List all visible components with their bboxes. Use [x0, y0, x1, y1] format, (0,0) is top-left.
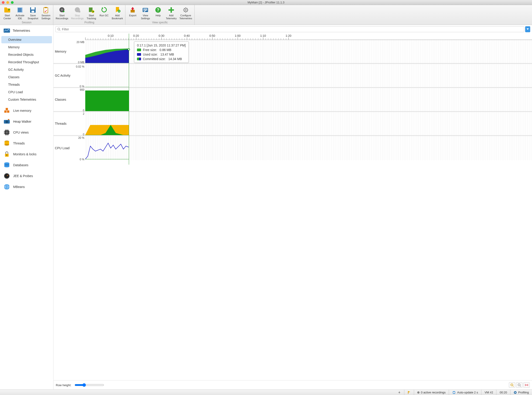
zoom-out-button[interactable] — [516, 382, 522, 388]
nav-databases[interactable]: Databases — [0, 160, 53, 170]
svg-rect-24 — [132, 8, 133, 10]
svg-rect-0 — [4, 8, 10, 12]
activate-ide-button[interactable]: Activate IDE — [14, 6, 26, 20]
chart-tooltip: 0:17.1 [Jun 15, 2020 11:37:27 PM]Free si… — [134, 42, 189, 63]
status-autoupdate[interactable]: Auto-update 2 s — [449, 390, 481, 395]
sidebar-item-memory[interactable]: Memory — [1, 44, 52, 51]
svg-line-72 — [520, 386, 521, 387]
toolbar-group-label: Session — [0, 20, 53, 25]
statusbar: 0 active recordings Auto-update 2 s VM #… — [0, 390, 532, 395]
chart-label: CPU Load20 %0 % — [54, 136, 85, 160]
status-time: 00:20 — [496, 390, 510, 395]
time-tick: 1:20 — [285, 34, 291, 37]
nav-cpu-views[interactable]: CPU views — [0, 127, 53, 138]
svg-marker-78 — [527, 384, 528, 386]
track-icon — [88, 6, 95, 14]
nav-jee-probes[interactable]: JEE & Probes — [0, 170, 53, 181]
sidebar-item-gc-activity[interactable]: GC Activity — [1, 66, 52, 73]
sidebar-header-label: Telemetries — [13, 28, 30, 33]
svg-point-33 — [185, 9, 186, 11]
filter-dropdown-button[interactable] — [525, 26, 530, 32]
svg-rect-35 — [4, 110, 7, 113]
svg-line-60 — [60, 30, 60, 31]
sidebar-item-overview[interactable]: Overview — [1, 36, 52, 43]
svg-rect-36 — [7, 110, 9, 113]
chart-area[interactable] — [85, 112, 532, 135]
svg-marker-18 — [102, 7, 103, 9]
sidebar-item-custom-telemetries[interactable]: Custom Telemetries — [1, 96, 52, 103]
export-button[interactable]: Export — [126, 6, 139, 20]
sidebar-item-recorded-throughput[interactable]: Recorded Throughput — [1, 59, 52, 66]
add-bookmark-button[interactable]: Add Bookmark — [110, 6, 125, 20]
svg-rect-27 — [143, 10, 147, 11]
filter-input[interactable] — [62, 27, 522, 31]
sidebar-item-threads[interactable]: Threads — [1, 81, 52, 88]
filter-box[interactable] — [55, 26, 524, 32]
chart-row-memory[interactable]: Memory20 MB0 MB — [54, 40, 532, 64]
fit-width-button[interactable] — [523, 382, 530, 388]
folder-icon — [4, 6, 11, 14]
sidebar-item-cpu-load[interactable]: CPU Load — [1, 88, 52, 96]
row-height-slider[interactable] — [75, 383, 104, 387]
start-center-button[interactable]: Start Center — [1, 6, 14, 20]
nav-monitors-locks[interactable]: Monitors & locks — [0, 149, 53, 160]
run-gc-button[interactable]: Run GC — [98, 6, 110, 20]
start-recordings-button[interactable]: Start Recordings — [54, 6, 70, 20]
chart-row-threads[interactable]: Threads20 — [54, 112, 532, 136]
status-recordings[interactable]: 0 active recordings — [414, 390, 449, 395]
view-settings-button[interactable]: View Settings — [139, 6, 152, 20]
cursor-marker — [128, 48, 130, 50]
save-snapshot-button[interactable]: Save Snapshot — [26, 6, 39, 20]
nav-heap-walker[interactable]: Heap Walker — [0, 116, 53, 127]
configure-telemetries-button[interactable]: Configure Telemetries — [178, 6, 193, 20]
status-flag[interactable] — [404, 390, 414, 395]
time-tick: 0:10 — [108, 34, 113, 37]
add-telemetry-button[interactable]: Add Telemetry — [165, 6, 178, 20]
chart-area[interactable] — [85, 64, 532, 87]
time-tick: 0:40 — [184, 34, 190, 37]
help-button[interactable]: ?Help — [152, 6, 165, 20]
chart-label: Classes9000 — [54, 88, 85, 111]
svg-point-10 — [61, 9, 63, 11]
svg-rect-1 — [4, 7, 7, 9]
status-pin[interactable] — [395, 390, 404, 395]
stop-icon — [74, 6, 81, 14]
svg-point-45 — [5, 144, 9, 146]
chart-area[interactable] — [85, 88, 532, 111]
charts-panel: 0:100:200:300:400:501:001:101:20 Memory2… — [54, 33, 532, 380]
spool-icon — [3, 140, 11, 147]
export-icon — [129, 6, 136, 14]
svg-rect-31 — [169, 9, 174, 11]
svg-text:?: ? — [157, 8, 159, 12]
toolbar: Start CenterActivate IDESave SnapshotSes… — [0, 5, 532, 25]
time-tick: 1:10 — [260, 34, 266, 37]
camera-icon — [3, 118, 11, 125]
start-tracking-button[interactable]: Start Tracking — [85, 6, 98, 20]
toolbar-group-label: View specific — [125, 20, 194, 25]
svg-rect-79 — [408, 391, 408, 394]
svg-rect-7 — [44, 7, 48, 13]
time-tick: 1:00 — [235, 34, 240, 37]
add-icon — [168, 6, 175, 14]
chart-row-classes[interactable]: Classes9000 — [54, 88, 532, 112]
status-state: Profiling — [510, 390, 532, 395]
row-height-bar: Row height: — [54, 380, 532, 390]
sidebar-item-classes[interactable]: Classes — [1, 73, 52, 81]
chart-row-cpu-load[interactable]: CPU Load20 %0 % — [54, 136, 532, 160]
cubes-icon — [3, 108, 11, 114]
sidebar-header-telemetries[interactable]: Telemetries — [0, 25, 53, 36]
nav-threads[interactable]: Threads — [0, 138, 53, 149]
nav-live-memory[interactable]: Live memory — [0, 105, 53, 116]
svg-rect-6 — [32, 11, 34, 12]
svg-marker-77 — [525, 384, 526, 386]
time-cursor — [129, 33, 129, 165]
zoom-in-button[interactable] — [509, 382, 515, 388]
svg-marker-61 — [527, 28, 529, 30]
sidebar-item-recorded-objects[interactable]: Recorded Objects — [1, 51, 52, 58]
session-settings-button[interactable]: Session Settings — [39, 6, 52, 20]
chip-icon — [3, 129, 11, 136]
svg-rect-26 — [143, 9, 147, 9]
chart-row-gc-activity[interactable]: GC Activity0.02 %0 % — [54, 64, 532, 88]
chart-area[interactable] — [85, 136, 532, 160]
nav-mbeans[interactable]: MBeans — [0, 181, 53, 192]
